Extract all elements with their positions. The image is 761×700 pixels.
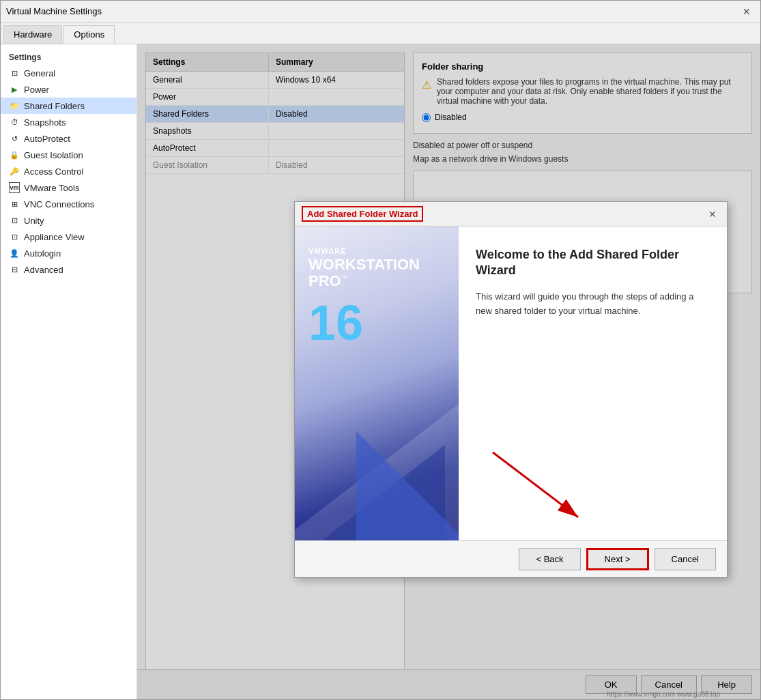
- sidebar-item-advanced[interactable]: ⊟ Advanced: [1, 261, 137, 278]
- vnc-icon: ⊞: [9, 199, 20, 209]
- sidebar-item-guest-isolation[interactable]: 🔒 Guest Isolation: [1, 147, 137, 163]
- next-button[interactable]: Next >: [586, 548, 649, 570]
- sidebar-item-label: Access Control: [24, 166, 83, 177]
- vmware-version-number: 16: [308, 295, 445, 351]
- tab-options[interactable]: Options: [63, 25, 115, 44]
- triangle-decoration: [295, 370, 459, 540]
- sidebar-item-label: AutoProtect: [24, 134, 70, 144]
- access-control-icon: 🔑: [9, 166, 20, 177]
- sidebar-item-label: Guest Isolation: [24, 150, 83, 160]
- dialog-title-bar: Add Shared Folder Wizard ✕: [295, 202, 727, 227]
- window-close-button[interactable]: ✕: [738, 3, 755, 20]
- sidebar-item-appliance-view[interactable]: ⊡ Appliance View: [1, 229, 137, 245]
- sidebar-header: Settings: [1, 50, 137, 65]
- advanced-icon: ⊟: [9, 264, 20, 275]
- tab-hardware[interactable]: Hardware: [3, 25, 62, 44]
- sidebar-item-vmware-tools[interactable]: vm VMware Tools: [1, 179, 137, 196]
- vmware-branding-panel: VMWARE WORKSTATION PRO™ 16: [295, 227, 459, 540]
- cancel-button[interactable]: Cancel: [655, 548, 716, 570]
- wizard-content: Welcome to the Add Shared Folder Wizard …: [459, 227, 727, 540]
- appliance-view-icon: ⊡: [9, 231, 20, 242]
- sidebar-item-autoprotect[interactable]: ↺ AutoProtect: [1, 130, 137, 147]
- dialog-body: VMWARE WORKSTATION PRO™ 16: [295, 227, 727, 540]
- window-title: Virtual Machine Settings: [6, 6, 738, 16]
- sidebar-item-snapshots[interactable]: ⏱ Snapshots: [1, 114, 137, 130]
- sidebar-item-label: VNC Connections: [24, 199, 94, 209]
- sidebar-item-access-control[interactable]: 🔑 Access Control: [1, 163, 137, 179]
- title-bar: Virtual Machine Settings ✕: [1, 1, 760, 23]
- add-shared-folder-wizard-dialog: Add Shared Folder Wizard ✕ VMWARE WORKST…: [294, 201, 728, 578]
- sidebar-item-label: Unity: [24, 216, 44, 226]
- main-window: Virtual Machine Settings ✕ Hardware Opti…: [0, 0, 761, 700]
- sidebar-item-label: Power: [24, 85, 49, 95]
- sidebar-item-label: Advanced: [24, 265, 63, 275]
- main-panel: Settings Summary General Windows 10 x64 …: [137, 44, 760, 699]
- back-button[interactable]: < Back: [519, 548, 580, 570]
- sidebar-item-unity[interactable]: ⊡ Unity: [1, 212, 137, 229]
- tab-bar: Hardware Options: [1, 23, 760, 44]
- sidebar-item-label: Shared Folders: [24, 101, 85, 111]
- sidebar-item-label: Snapshots: [24, 117, 66, 128]
- sidebar-item-general[interactable]: ⊡ General: [1, 65, 137, 81]
- vmware-company-name: VMWARE: [308, 247, 445, 255]
- guest-isolation-icon: 🔒: [9, 149, 20, 160]
- sidebar: Settings ⊡ General ▶ Power 📁 Shared Fold…: [1, 44, 137, 699]
- sidebar-item-label: VMware Tools: [24, 183, 79, 193]
- dialog-title: Add Shared Folder Wizard: [302, 206, 423, 222]
- autoprotect-icon: ↺: [9, 133, 20, 144]
- power-icon: ▶: [9, 84, 20, 95]
- sidebar-item-autologin[interactable]: 👤 Autologin: [1, 245, 137, 261]
- unity-icon: ⊡: [9, 215, 20, 226]
- dialog-close-button[interactable]: ✕: [705, 207, 720, 222]
- wizard-title: Welcome to the Add Shared Folder Wizard: [476, 247, 710, 279]
- dialog-footer: < Back Next > Cancel: [295, 540, 727, 577]
- autologin-icon: 👤: [9, 248, 20, 259]
- sidebar-item-label: General: [24, 68, 55, 78]
- wizard-description: This wizard will guide you through the s…: [476, 290, 710, 319]
- triangle-3: [356, 431, 459, 540]
- general-icon: ⊡: [9, 68, 20, 78]
- sidebar-item-shared-folders[interactable]: 📁 Shared Folders: [1, 98, 137, 114]
- sidebar-item-label: Appliance View: [24, 232, 85, 242]
- sidebar-item-vnc-connections[interactable]: ⊞ VNC Connections: [1, 196, 137, 212]
- sidebar-item-power[interactable]: ▶ Power: [1, 81, 137, 98]
- content-area: Settings ⊡ General ▶ Power 📁 Shared Fold…: [1, 44, 760, 699]
- sidebar-item-label: Autologin: [24, 248, 61, 259]
- vmware-product-name: WORKSTATION PRO™: [308, 257, 445, 289]
- shared-folders-icon: 📁: [9, 100, 20, 111]
- vmware-tools-icon: vm: [9, 182, 20, 193]
- snapshots-icon: ⏱: [9, 117, 20, 128]
